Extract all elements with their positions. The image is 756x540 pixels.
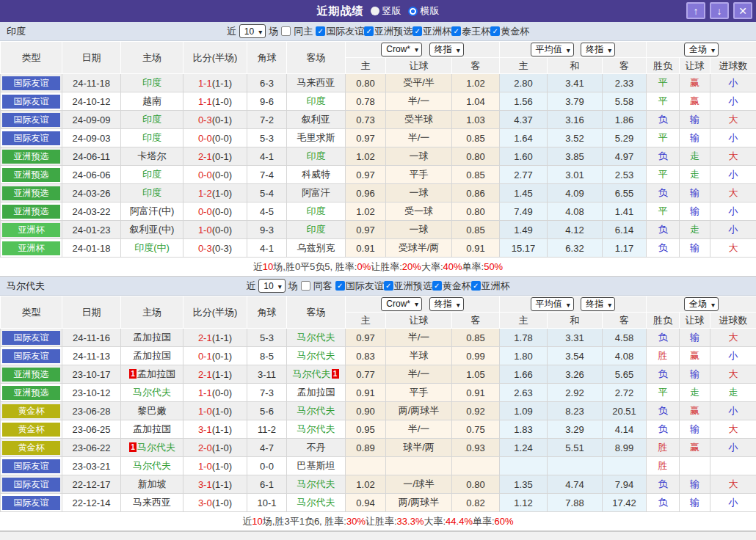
cup-checkbox[interactable] [364, 26, 374, 36]
goals-result-cell: 小 [710, 166, 756, 184]
avg-draw-cell: 4.09 [548, 184, 603, 202]
home-odds-cell: 0.96 [346, 184, 386, 202]
home-team: 孟加拉国 [133, 350, 171, 361]
type-cell: 黄金杯 [1, 439, 62, 457]
goals-result-cell: 小 [710, 221, 756, 239]
cup-label: 亚洲杯 [423, 25, 451, 38]
scroll-up-button[interactable] [686, 2, 705, 19]
close-button[interactable] [733, 2, 752, 19]
avg-draw-cell: 3.79 [548, 92, 603, 111]
col-result: 胜负 [647, 58, 680, 74]
table-body: 国际友谊 24-11-16 孟加拉国 2-1(1-1) 5-3 马尔代夫 0.9… [1, 329, 756, 512]
date-cell: 23-10-17 [62, 365, 121, 384]
goals-result-cell: 走 [710, 384, 756, 402]
handicap-cell: 半/一 [386, 92, 452, 111]
avg-draw-cell: 3.52 [548, 129, 603, 147]
radio-horizontal-icon[interactable] [408, 7, 418, 16]
scope-select[interactable]: 全场 [684, 297, 719, 311]
cup-checkbox[interactable] [471, 281, 481, 291]
cup-checkbox[interactable] [432, 281, 442, 291]
odds-kind-value: 终指 [435, 43, 452, 56]
col-let-home: 主 [346, 58, 386, 74]
away-odds-cell [452, 457, 500, 475]
handicap-group-header: Crow* 终指 [346, 42, 500, 58]
competition-badge: 黄金杯 [2, 441, 60, 455]
odds-kind-select[interactable]: 终指 [429, 297, 464, 311]
cup-checkbox[interactable] [412, 26, 422, 36]
away-team: 马来西亚 [297, 77, 335, 88]
competition-badge: 亚洲预选 [2, 168, 60, 182]
radio-horizontal-layout[interactable]: 横版 [408, 4, 440, 18]
match-count-select[interactable]: 10 [258, 279, 285, 293]
cup-label: 国际友谊 [346, 280, 384, 293]
home-cell: 马来西亚 [121, 494, 183, 512]
bookmaker-select[interactable]: Crow* [381, 43, 422, 56]
same-venue-label: 同主 [294, 25, 313, 38]
half-score: (1-1) [212, 369, 232, 380]
goals-result-value: 小 [729, 95, 738, 106]
type-cell: 国际友谊 [1, 347, 62, 365]
home-cell: 孟加拉国 [121, 329, 183, 347]
full-score: 1-1 [198, 387, 212, 398]
full-score: 2-0 [198, 442, 212, 453]
home-team: 印度 [142, 77, 161, 88]
avg-home-cell: 1.80 [500, 347, 548, 365]
odds-kind-select[interactable]: 终指 [429, 43, 464, 56]
col-avg-away: 客 [603, 313, 647, 329]
handicap-result-value: 输 [690, 114, 699, 125]
half-score: (0-1) [212, 114, 232, 125]
goals-result-value: 小 [729, 442, 738, 453]
near-label: 近 [246, 280, 255, 293]
match-count-select[interactable]: 10 [239, 24, 266, 38]
cup-checkbox[interactable] [384, 281, 393, 291]
competition-badge: 亚洲预选 [2, 205, 60, 219]
handicap-result-value: 输 [690, 332, 699, 343]
red-card-badge: 1 [129, 442, 137, 452]
away-odds-cell: 1.05 [452, 365, 500, 384]
cup-checkbox[interactable] [316, 26, 325, 36]
average-kind-select[interactable]: 终指 [581, 43, 615, 56]
half-score: (0-1) [212, 351, 232, 362]
same-venue-checkbox[interactable] [281, 26, 291, 36]
average-select[interactable]: 平均值 [531, 43, 574, 56]
score-cell: 0-0(0-0) [183, 129, 247, 147]
cup-checkbox[interactable] [335, 281, 345, 291]
score-cell: 3-0(1-0) [183, 494, 247, 512]
cup-checkbox[interactable] [451, 26, 461, 36]
home-team: 印度 [142, 187, 161, 198]
table-body: 国际友谊 24-11-18 印度 1-1(1-1) 6-3 马来西亚 0.80 … [1, 74, 756, 258]
radio-vertical-layout[interactable]: 竖版 [371, 4, 401, 18]
radio-vertical-icon[interactable] [371, 7, 379, 15]
result-value: 负 [658, 423, 668, 434]
scroll-down-button[interactable] [710, 2, 729, 19]
corner-cell: 5-3 [247, 129, 287, 147]
full-score: 0-3 [198, 243, 212, 254]
score-cell: 0-3(0-1) [183, 111, 247, 129]
cup-checkbox[interactable] [490, 26, 500, 36]
bookmaker-select[interactable]: Crow* [381, 297, 422, 311]
handicap-cell: 半/一 [386, 420, 452, 439]
match-row: 黄金杯 23-06-22 1马尔代夫 2-0(1-0) 4-7 不丹 0.89 … [1, 439, 756, 457]
half-score: (0-0) [212, 225, 232, 236]
away-cell: 马尔代夫 [287, 494, 346, 512]
avg-away-cell: 4.08 [603, 347, 647, 365]
away-team: 印度 [307, 205, 326, 216]
bottom-strip [0, 531, 756, 540]
type-cell: 国际友谊 [1, 475, 62, 494]
scope-select[interactable]: 全场 [684, 43, 719, 56]
col-date: 日期 [62, 296, 121, 329]
full-score: 1-1 [198, 78, 212, 89]
average-select[interactable]: 平均值 [531, 297, 574, 311]
result-value: 负 [658, 332, 668, 343]
date-cell: 23-06-28 [62, 402, 121, 420]
avg-home-cell: 1.35 [500, 475, 548, 494]
same-venue-checkbox[interactable] [301, 281, 310, 291]
half-score: (0-0) [212, 133, 232, 144]
window-buttons [686, 2, 752, 19]
match-row: 国际友谊 24-09-03 印度 0-0(0-0) 5-3 毛里求斯 0.97 … [1, 129, 756, 147]
date-cell: 24-06-11 [62, 147, 121, 166]
average-kind-select[interactable]: 终指 [581, 297, 615, 311]
corner-cell: 11-2 [247, 420, 287, 439]
score-cell: 0-0(0-0) [183, 202, 247, 221]
avg-away-cell [603, 457, 647, 475]
